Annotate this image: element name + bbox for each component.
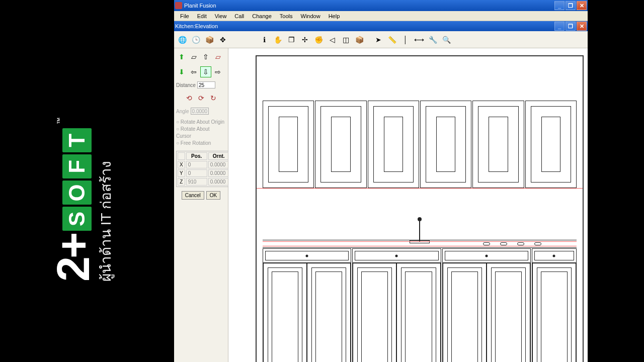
distance-input[interactable] [197,81,215,88]
ornt-header: Ornt. [208,152,229,160]
brand-2plus: 2+ [55,234,92,282]
table-row: X [178,161,229,168]
radio-rotate-origin[interactable]: ○ Rotate About Origin [176,119,226,126]
rotate-y-icon[interactable]: ⟳ [196,93,207,104]
maximize-button[interactable]: ❐ [566,1,576,10]
table-row: Z [178,178,229,186]
x-ornt-input[interactable] [210,162,227,167]
menu-tools[interactable]: Tools [276,12,297,20]
doc-minimize-button[interactable]: _ [554,22,565,31]
menu-help[interactable]: Help [325,12,344,20]
wall-cabinets-row [263,101,577,188]
doc-title: Kitchen:Elevation [175,23,218,29]
base-cabinet [532,248,577,362]
angle-input[interactable] [191,108,209,115]
cube-icon[interactable]: 📦 [203,34,215,46]
rect-left-icon[interactable]: ▱ [188,51,199,62]
table-row: Y [178,169,229,177]
rotation-mode-group: ○ Rotate About Origin ○ Rotate About Cur… [176,119,226,147]
doc-close-button[interactable]: ✕ [577,22,587,31]
document-titlebar[interactable]: Kitchen:Elevation _ ❐ ✕ [174,21,588,31]
menu-call[interactable]: Call [230,12,248,20]
brand-watermark: 2+ S O F T ™ ผู้นำด้าน IT ก่อสร้าง [55,117,117,282]
main-titlebar[interactable]: Planit Fusion _ ❐ ✕ [174,0,588,11]
target-icon[interactable]: ✥ [217,34,229,46]
app-icon [175,2,182,9]
cancel-button[interactable]: Cancel [182,191,204,200]
doc-maximize-button[interactable]: ❐ [566,22,576,31]
menu-window[interactable]: Window [297,12,325,20]
cooktop-icon [482,241,542,246]
x-pos-input[interactable] [188,162,205,167]
zoom-icon[interactable]: 🔍 [440,34,452,46]
bold-up-arrow-icon[interactable]: ⬆ [176,51,187,62]
y-pos-input[interactable] [188,170,205,176]
z-ornt-input[interactable] [210,179,227,185]
main-toolbar: 🌐 🕒 📦 ✥ ℹ ✋ ❐ ✢ ✊ ◁ ◫ 📦 ➤ 📏 │ ⟷ 🔧 🔍 [174,31,588,48]
base-cabinet [352,248,441,362]
base-cabinet [263,248,351,362]
rotate-z-icon[interactable]: ↻ [208,93,219,104]
wall-cabinet [368,101,419,188]
menu-change[interactable]: Change [248,12,276,20]
base-cabinets-row [263,248,577,362]
brand-soft: S O F T [62,128,92,231]
trademark-symbol: ™ [55,117,63,124]
rect-right-icon[interactable]: ▱ [212,51,223,62]
wall-cabinet [315,101,366,188]
brand-tagline: ผู้นำด้าน IT ก่อสร้าง [95,117,117,282]
menubar: File Edit View Call Change Tools Window … [174,11,588,21]
elevation-drawing [256,55,584,362]
axis-z: Z [178,178,185,186]
nudge-arrows-row2: ⬇ ⇦ ⇩ ⇨ [176,66,226,77]
drawing-canvas[interactable] [228,48,588,362]
side-panel: ⬆ ▱ ⇧ ▱ ⬇ ⇦ ⇩ ⇨ Distance ⟲ ⟳ ↻ Angle [174,48,228,362]
angle-label: Angle [176,109,189,114]
rotate-x-icon[interactable]: ⟲ [184,93,195,104]
pointer-icon[interactable]: ➤ [372,34,384,46]
dim-icon[interactable]: ⟷ [413,34,425,46]
rotate-icon[interactable]: ◁ [326,34,338,46]
ok-button[interactable]: OK [206,191,220,200]
app-window: Planit Fusion _ ❐ ✕ File Edit View Call … [174,0,588,362]
down-arrow-icon[interactable]: ⇩ [200,66,211,77]
minimize-button[interactable]: _ [554,1,565,10]
line-icon[interactable]: │ [399,34,412,46]
wall-cabinet [263,101,314,188]
wrench-icon[interactable]: 🔧 [427,34,439,46]
globe-icon[interactable]: 🌐 [176,34,188,46]
move-icon[interactable]: ✢ [299,34,311,46]
copy-icon[interactable]: ❐ [285,34,297,46]
coord-table: Pos. Ornt. X Y Z [176,151,231,187]
nudge-arrows-row1: ⬆ ▱ ⇧ ▱ [176,51,226,62]
package-icon[interactable]: 📦 [353,34,365,46]
bold-down-arrow-icon[interactable]: ⬇ [176,66,187,77]
menu-file[interactable]: File [176,12,193,20]
radio-free-rotation[interactable]: ○ Free Rotation [176,140,226,147]
clock-icon[interactable]: 🕒 [190,34,202,46]
menu-edit[interactable]: Edit [193,12,211,20]
ruler-icon[interactable]: 📏 [386,34,398,46]
menu-view[interactable]: View [211,12,231,20]
rotate-toolbar: ⟲ ⟳ ↻ [176,93,226,104]
wall-cabinet [420,101,471,188]
z-pos-input[interactable] [188,179,205,185]
info-icon[interactable]: ℹ [258,34,270,46]
up-arrow-icon[interactable]: ⇧ [200,51,211,62]
right-arrow-icon[interactable]: ⇨ [212,66,223,77]
box-icon[interactable]: ◫ [340,34,352,46]
close-button[interactable]: ✕ [577,1,587,10]
grab-icon[interactable]: ✊ [312,34,325,46]
hand-icon[interactable]: ✋ [272,34,284,46]
distance-label: Distance [176,82,196,88]
radio-rotate-cursor[interactable]: ○ Rotate About Cursor [176,126,226,140]
left-arrow-icon[interactable]: ⇦ [188,66,199,77]
axis-y: Y [178,169,185,177]
base-cabinet [442,248,531,362]
y-ornt-input[interactable] [210,170,227,176]
wall-cabinet [525,101,577,188]
axis-x: X [178,161,185,168]
pos-header: Pos. [186,152,207,160]
wall-cabinet [472,101,524,188]
app-title: Planit Fusion [184,3,216,9]
